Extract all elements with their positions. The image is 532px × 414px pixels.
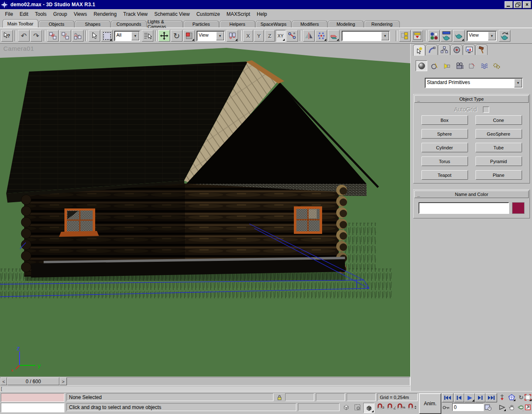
selection-lock-icon[interactable] — [275, 393, 284, 402]
utilities-panel-tab[interactable] — [475, 45, 488, 55]
torus-button[interactable]: Torus — [421, 156, 468, 166]
render-scene-button[interactable] — [441, 30, 452, 42]
tab-spacewarps[interactable]: SpaceWarps — [256, 20, 291, 27]
menu-views[interactable]: Views — [70, 10, 90, 18]
named-selection-select[interactable]: ▼ — [342, 31, 390, 41]
menu-group[interactable]: Group — [50, 10, 70, 18]
tab-modifiers[interactable]: Modifiers — [292, 20, 328, 27]
tab-main-toolbar[interactable]: Main Toolbar — [2, 19, 38, 27]
tab-modeling[interactable]: Modeling — [328, 20, 364, 27]
previous-frame-icon[interactable] — [454, 393, 464, 402]
tab-particles[interactable]: Particles — [183, 20, 219, 27]
go-to-end-icon[interactable] — [485, 393, 497, 402]
select-and-scale-button[interactable] — [183, 30, 195, 42]
tab-helpers[interactable]: Helpers — [219, 20, 255, 27]
undo-button[interactable]: ↶ — [18, 30, 30, 42]
render-last-button[interactable] — [499, 30, 510, 42]
menu-rendering[interactable]: Rendering — [90, 10, 120, 18]
camera-viewport[interactable]: z y x Camera01 — [0, 44, 411, 377]
unlink-button[interactable] — [59, 30, 71, 42]
systems-category-button[interactable] — [491, 61, 502, 71]
select-by-name-button[interactable] — [142, 30, 153, 42]
shapes-category-button[interactable] — [429, 61, 440, 71]
select-and-link-button[interactable] — [47, 30, 59, 42]
tab-rendering[interactable]: Rendering — [364, 20, 400, 27]
minimize-button[interactable] — [505, 1, 513, 8]
cabin-window-left[interactable] — [59, 208, 99, 237]
dropdown-arrow-icon[interactable]: ▼ — [131, 32, 139, 40]
tube-button[interactable]: Tube — [475, 143, 522, 152]
object-color-swatch[interactable] — [512, 202, 525, 214]
menu-maxscript[interactable]: MAXScript — [223, 10, 254, 18]
select-and-move-button[interactable] — [158, 30, 170, 42]
restrict-z-button[interactable]: Z — [265, 30, 275, 42]
motion-panel-tab[interactable] — [451, 45, 463, 55]
teapot-button[interactable]: Teapot — [421, 170, 468, 180]
pyramid-button[interactable]: Pyramid — [475, 156, 522, 166]
cameras-category-button[interactable] — [454, 61, 465, 71]
menu-help[interactable]: Help — [254, 10, 271, 18]
redo-button[interactable]: ↷ — [30, 30, 42, 42]
region-select-button[interactable] — [101, 30, 113, 42]
next-frame-icon[interactable] — [475, 393, 485, 402]
cylinder-button[interactable]: Cylinder — [421, 143, 468, 152]
time-configuration-icon[interactable] — [484, 403, 493, 412]
angle-snap-icon[interactable] — [387, 403, 396, 409]
geometry-category-button[interactable] — [416, 60, 427, 71]
selection-filter-select[interactable]: All▼ — [114, 31, 140, 41]
menu-file[interactable]: File — [2, 10, 16, 18]
restrict-y-button[interactable]: Y — [254, 30, 264, 42]
snap-3d-icon[interactable]: 3 — [377, 403, 384, 409]
material-editor-button[interactable] — [428, 30, 440, 42]
time-slider-thumb[interactable]: 0 / 600 — [7, 377, 59, 385]
name-color-rollout-header[interactable]: _ Name and Color — [414, 191, 529, 198]
animate-button[interactable]: Anim. — [419, 393, 441, 414]
set-key-icon[interactable] — [442, 403, 451, 412]
quick-render-button[interactable] — [453, 30, 465, 42]
min-max-toggle-icon[interactable] — [523, 403, 532, 412]
cabin-window-right[interactable] — [294, 206, 322, 234]
dropdown-arrow-icon[interactable]: ▼ — [488, 32, 496, 40]
help-mode-button[interactable]: ? — [1, 30, 13, 42]
primitives-category-select[interactable]: Standard Primitives ▼ — [425, 78, 523, 88]
autogrid-checkbox[interactable] — [483, 107, 489, 113]
geosphere-button[interactable]: GeoSphere — [475, 129, 522, 139]
array-button[interactable] — [315, 30, 327, 42]
percent-snap-icon[interactable]: % — [397, 403, 405, 409]
select-object-button[interactable] — [89, 30, 100, 42]
zoom-extents-all-icon[interactable] — [523, 393, 532, 402]
modify-panel-tab[interactable] — [426, 45, 438, 55]
track-bar[interactable]: [ — [0, 386, 410, 391]
restore-button[interactable] — [514, 1, 522, 8]
field-of-view-icon[interactable] — [498, 403, 506, 412]
perspective-icon[interactable] — [507, 393, 516, 402]
box-button[interactable]: Box — [421, 115, 468, 125]
render-type-select[interactable]: View▼ — [467, 31, 497, 41]
hierarchy-panel-tab[interactable] — [438, 45, 450, 55]
track-view-button[interactable] — [399, 30, 411, 42]
viewport-label[interactable]: Camera01 — [3, 45, 34, 52]
pan-hand-icon[interactable] — [507, 403, 516, 412]
spacewarps-category-button[interactable] — [479, 61, 490, 71]
object-name-input[interactable] — [419, 202, 509, 214]
close-button[interactable]: × — [523, 1, 531, 8]
plane-button[interactable]: Plane — [475, 170, 522, 180]
menu-customize[interactable]: Customize — [193, 10, 223, 18]
snap-toggle-3d-icon[interactable] — [363, 403, 374, 413]
tab-lights-cameras[interactable]: Lights & Cameras — [147, 20, 183, 27]
bind-to-spacewarp-button[interactable] — [72, 30, 84, 42]
selection-brackets-icon[interactable] — [353, 403, 362, 412]
dropdown-arrow-icon[interactable]: ▼ — [514, 79, 522, 87]
restrict-x-button[interactable]: X — [243, 30, 253, 42]
dolly-camera-icon[interactable] — [498, 393, 506, 402]
schematic-view-button[interactable] — [411, 30, 423, 42]
cone-button[interactable]: Cone — [475, 115, 522, 125]
previous-frame-arrow[interactable]: < — [0, 377, 7, 385]
spinner-snap-icon[interactable] — [407, 403, 417, 409]
coord-system-select[interactable]: View▼ — [197, 31, 225, 41]
menu-track-view[interactable]: Track View — [120, 10, 151, 18]
maxscript-listener-box[interactable] — [1, 403, 64, 412]
mirror-button[interactable] — [303, 30, 315, 42]
select-and-rotate-button[interactable]: ↻ — [171, 30, 182, 42]
create-panel-tab[interactable] — [413, 45, 425, 56]
